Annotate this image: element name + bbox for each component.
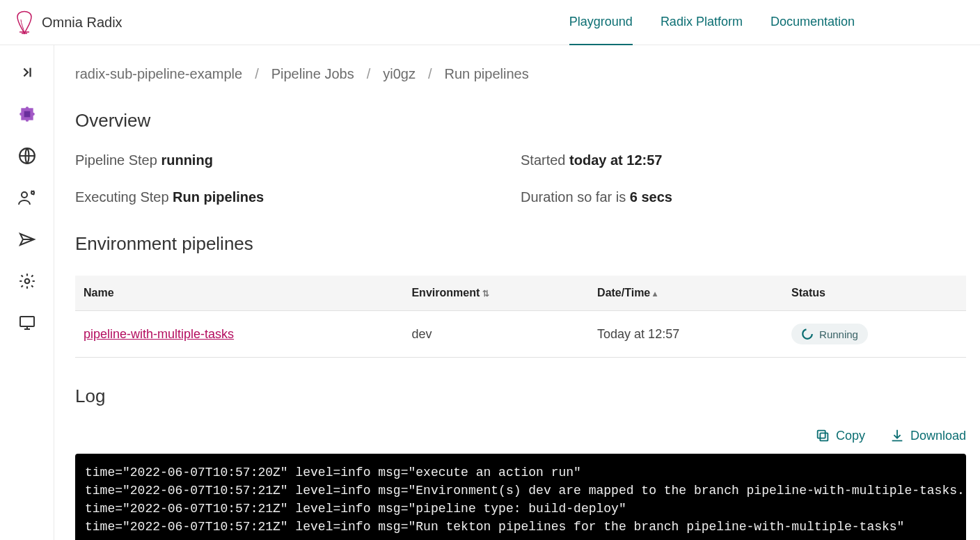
- breadcrumb-step[interactable]: Run pipelines: [444, 66, 528, 82]
- overview-grid: Pipeline Step running Started today at 1…: [75, 152, 966, 205]
- svg-point-4: [31, 113, 34, 116]
- breadcrumb: radix-sub-pipeline-example / Pipeline Jo…: [75, 66, 966, 82]
- breadcrumb-app[interactable]: radix-sub-pipeline-example: [75, 66, 242, 82]
- pipeline-link[interactable]: pipeline-with-multiple-tasks: [84, 327, 234, 341]
- executing-step-row: Executing Step Run pipelines: [75, 189, 521, 205]
- copy-icon: [815, 428, 830, 443]
- sidebar-item-monitor-icon[interactable]: [17, 313, 37, 333]
- svg-point-6: [25, 119, 28, 122]
- breadcrumb-job[interactable]: yi0gz: [383, 66, 416, 82]
- svg-point-9: [31, 191, 34, 194]
- sort-up-icon: ▴: [653, 289, 657, 299]
- pipeline-step-row: Pipeline Step running: [75, 152, 521, 168]
- svg-point-11: [24, 279, 29, 284]
- svg-rect-2: [24, 111, 30, 118]
- env-pipelines-title: Environment pipelines: [75, 233, 966, 255]
- sidebar: [0, 45, 54, 540]
- col-name[interactable]: Name: [75, 276, 403, 311]
- copy-button[interactable]: Copy: [815, 428, 865, 443]
- top-nav: Playground Radix Platform Documentation: [569, 0, 855, 45]
- sidebar-item-settings-icon[interactable]: [17, 271, 37, 291]
- svg-point-15: [803, 329, 812, 339]
- log-title: Log: [75, 386, 966, 407]
- brand-name: Omnia Radix: [42, 15, 122, 31]
- svg-point-8: [22, 192, 27, 198]
- nav-playground[interactable]: Playground: [569, 0, 633, 45]
- col-datetime[interactable]: Date/Time▴: [589, 276, 783, 311]
- env-pipelines-table: Name Environment⇅ Date/Time▴ Status pipe…: [75, 276, 966, 358]
- svg-point-3: [19, 113, 22, 116]
- status-badge: Running: [791, 324, 868, 344]
- sidebar-item-send-icon[interactable]: [17, 230, 37, 249]
- col-status[interactable]: Status: [783, 276, 966, 311]
- brand-logo-icon: [14, 7, 35, 38]
- breadcrumb-jobs[interactable]: Pipeline Jobs: [271, 66, 354, 82]
- sidebar-item-users-icon[interactable]: [17, 188, 37, 207]
- nav-docs[interactable]: Documentation: [770, 0, 855, 45]
- sidebar-toggle-icon[interactable]: [17, 63, 37, 82]
- topbar: Omnia Radix Playground Radix Platform Do…: [0, 0, 980, 45]
- overview-title: Overview: [75, 110, 966, 132]
- svg-rect-16: [820, 433, 828, 440]
- row-datetime: Today at 12:57: [589, 311, 783, 358]
- sidebar-item-app-icon[interactable]: [17, 104, 37, 124]
- duration-row: Duration so far is 6 secs: [521, 189, 966, 205]
- svg-rect-17: [818, 431, 825, 438]
- col-env[interactable]: Environment⇅: [403, 276, 589, 311]
- nav-platform[interactable]: Radix Platform: [661, 0, 743, 45]
- spinner-icon: [801, 328, 814, 340]
- sort-icon: ⇅: [482, 289, 489, 299]
- log-output[interactable]: time="2022-06-07T10:57:20Z" level=info m…: [75, 454, 966, 540]
- brand: Omnia Radix: [14, 7, 122, 38]
- main-content: radix-sub-pipeline-example / Pipeline Jo…: [54, 45, 980, 540]
- log-actions: Copy Download: [75, 428, 966, 443]
- started-row: Started today at 12:57: [521, 152, 966, 168]
- sidebar-item-globe-icon[interactable]: [17, 146, 37, 166]
- svg-point-5: [25, 106, 28, 109]
- svg-rect-12: [20, 317, 34, 326]
- download-icon: [890, 428, 905, 443]
- download-button[interactable]: Download: [890, 428, 966, 443]
- table-row: pipeline-with-multiple-tasks dev Today a…: [75, 311, 966, 358]
- row-env: dev: [403, 311, 589, 358]
